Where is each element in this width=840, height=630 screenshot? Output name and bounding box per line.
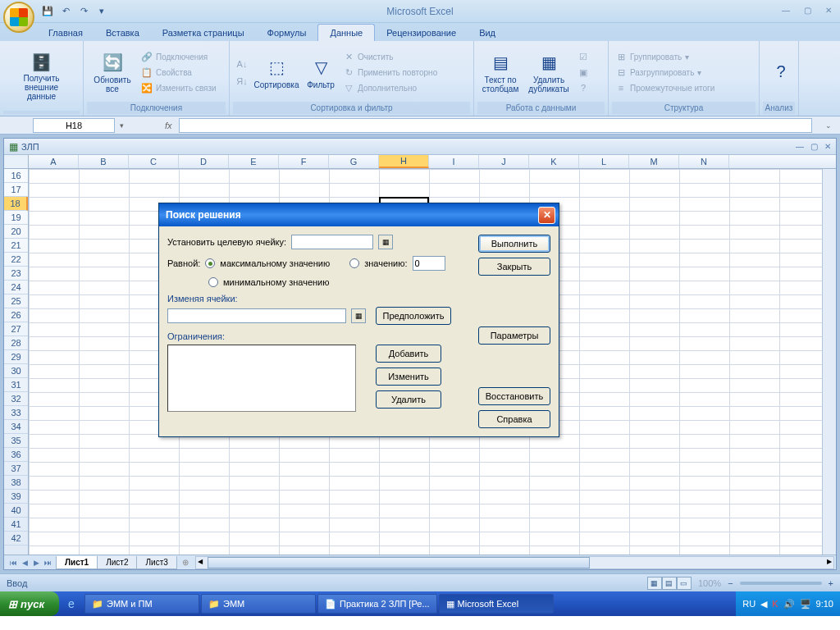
properties-button[interactable]: 📋Свойства [139,65,218,80]
sort-desc-button[interactable]: Я↓ [235,73,249,89]
clock[interactable]: 9:10 [816,599,833,609]
vertical-scrollbar[interactable] [822,169,836,555]
tab-home[interactable]: Главная [37,25,94,41]
column-header[interactable]: J [479,155,529,168]
save-icon[interactable]: 💾 [41,5,54,18]
edit-links-button[interactable]: 🔀Изменить связи [139,80,218,96]
close-icon[interactable]: ✕ [820,3,837,16]
row-header[interactable]: 40 [4,504,28,518]
ie-icon[interactable]: e [68,597,75,610]
row-header[interactable]: 23 [4,267,28,281]
tab-prev-icon[interactable]: ◀ [19,559,30,567]
sort-button[interactable]: ⬚ Сортировка [253,46,300,98]
row-header[interactable]: 29 [4,350,28,364]
dialog-titlebar[interactable]: Поиск решения ✕ [159,203,559,226]
clear-filter-button[interactable]: ✕Очистить [341,49,439,65]
new-sheet-icon[interactable]: ⊕ [177,558,194,567]
data-validation-button[interactable]: ☑ [576,49,591,65]
tab-data[interactable]: Данные [317,24,375,41]
tab-view[interactable]: Вид [468,25,507,41]
radio-max[interactable] [205,258,215,268]
horizontal-scrollbar[interactable]: ◀ ▶ [195,556,834,569]
row-header[interactable]: 31 [4,378,28,392]
column-header[interactable]: E [229,155,279,168]
expand-formula-icon[interactable]: ⌄ [825,121,837,130]
row-header[interactable]: 39 [4,490,28,504]
subtotal-button[interactable]: ≡Промежуточные итоги [614,80,716,96]
add-constraint-button[interactable]: Добавить [376,345,441,363]
row-header[interactable]: 38 [4,476,28,490]
row-header[interactable]: 33 [4,406,28,420]
delete-constraint-button[interactable]: Удалить [376,390,441,409]
sheet-tab[interactable]: Лист1 [56,556,98,569]
column-header[interactable]: I [429,155,479,168]
value-input[interactable] [413,256,445,271]
tab-insert[interactable]: Вставка [94,25,151,41]
tab-next-icon[interactable]: ▶ [30,559,42,567]
tray-icon[interactable]: K [772,599,778,609]
change-constraint-button[interactable]: Изменить [376,368,441,386]
scrollbar-thumb[interactable] [208,557,590,568]
zoom-out-icon[interactable]: − [728,578,733,588]
column-header[interactable]: N [679,155,729,168]
solver-button[interactable]: ? [765,46,797,98]
column-header[interactable]: A [29,155,79,168]
select-all-corner[interactable] [4,155,29,168]
restore-button[interactable]: Восстановить [478,387,550,405]
parameters-button[interactable]: Параметры [478,326,550,345]
qat-dropdown-icon[interactable]: ▾ [95,5,108,18]
remove-duplicates-button[interactable]: ▦ Удалить дубликаты [525,46,573,98]
tab-formulas[interactable]: Формулы [256,25,318,41]
row-header[interactable]: 18 [4,197,28,211]
filter-button[interactable]: ▽ Фильтр [304,46,338,98]
consolidate-button[interactable]: ▣ [576,65,591,80]
name-box-dropdown-icon[interactable]: ▾ [120,121,124,130]
sheet-tab[interactable]: Лист2 [97,556,137,569]
minimize-icon[interactable]: — [778,3,794,16]
lang-indicator[interactable]: RU [742,599,756,609]
formula-input[interactable] [179,118,812,133]
row-header[interactable]: 21 [4,239,28,253]
column-header[interactable]: L [579,155,629,168]
view-pagebreak-icon[interactable]: ▭ [677,577,692,590]
office-button[interactable] [3,2,34,33]
taskbar-item[interactable]: 📁ЭММ и ПМ [84,594,199,614]
row-header[interactable]: 27 [4,322,28,336]
zoom-in-icon[interactable]: + [829,578,833,588]
column-header[interactable]: C [129,155,179,168]
zoom-level[interactable]: 100% [698,578,721,588]
guess-button[interactable]: Предположить [376,307,451,325]
row-header[interactable]: 28 [4,336,28,350]
name-box[interactable]: H18 [33,118,115,133]
execute-button[interactable]: Выполнить [478,235,550,253]
tray-icon[interactable]: ◀ [760,599,767,609]
row-header[interactable]: 19 [4,211,28,225]
row-header[interactable]: 35 [4,434,28,448]
text-to-columns-button[interactable]: ▤ Текст по столбцам [479,46,522,98]
connections-button[interactable]: 🔗Подключения [139,49,218,65]
row-header[interactable]: 22 [4,253,28,267]
maximize-icon[interactable]: ▢ [799,3,815,16]
ref-picker-button[interactable]: ▦ [351,308,366,323]
column-header[interactable]: K [529,155,579,168]
undo-icon[interactable]: ↶ [59,5,72,18]
column-header[interactable]: H [379,155,429,168]
row-header[interactable]: 25 [4,294,28,308]
taskbar-item[interactable]: 📄Практика 2 ЗЛП [Ре... [317,594,437,614]
wb-maximize-icon[interactable]: ▢ [810,142,818,151]
row-header[interactable]: 36 [4,448,28,462]
changing-cells-input[interactable] [167,308,346,323]
zoom-slider[interactable] [740,582,822,585]
row-header[interactable]: 26 [4,308,28,322]
tab-last-icon[interactable]: ⏭ [42,559,53,567]
column-header[interactable]: F [279,155,329,168]
reapply-button[interactable]: ↻Применить повторно [341,65,439,80]
fx-icon[interactable]: fx [165,121,172,130]
advanced-filter-button[interactable]: ▽Дополнительно [341,80,439,96]
column-header[interactable]: B [79,155,129,168]
view-pagelayout-icon[interactable]: ▤ [662,577,677,590]
radio-min[interactable] [208,277,218,287]
column-header[interactable]: D [179,155,229,168]
wb-close-icon[interactable]: ✕ [824,142,831,151]
close-button[interactable]: Закрыть [478,258,550,276]
